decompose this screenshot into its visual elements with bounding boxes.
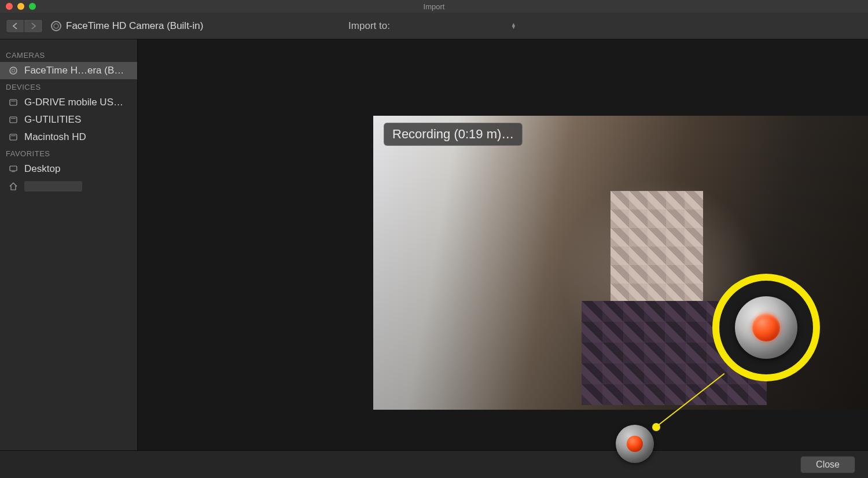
- nav-buttons: [6, 19, 43, 33]
- drive-icon: [8, 132, 19, 142]
- record-icon: [627, 436, 643, 452]
- svg-rect-2: [10, 100, 17, 105]
- sidebar-item-label: G-UTILITIES: [24, 114, 129, 126]
- drive-icon: [8, 115, 19, 125]
- record-button[interactable]: [616, 425, 654, 463]
- svg-point-1: [12, 69, 14, 72]
- chevron-left-icon: [12, 23, 18, 30]
- sidebar-item-facetime-camera[interactable]: FaceTime H…era (Built-in): [0, 62, 137, 79]
- close-button[interactable]: Close: [800, 456, 855, 473]
- section-head-devices: DEVICES: [0, 79, 137, 94]
- sidebar-item-desktop[interactable]: Desktop: [0, 160, 137, 178]
- zoom-window-button[interactable]: [29, 3, 36, 10]
- svg-rect-6: [10, 134, 17, 140]
- pixelated-face-region: [610, 191, 703, 307]
- svg-rect-3: [11, 101, 16, 101]
- annotation-leader-dot: [652, 423, 660, 431]
- sidebar-item-gutilities[interactable]: G-UTILITIES: [0, 111, 137, 128]
- sidebar-item-gdrive[interactable]: G-DRIVE mobile USB-C: [0, 94, 137, 111]
- sidebar-item-label: Desktop: [24, 163, 129, 175]
- section-head-cameras: CAMERAS: [0, 47, 137, 62]
- window-controls: [6, 3, 36, 10]
- svg-rect-8: [10, 166, 17, 171]
- record-button-enlarged: [735, 296, 797, 359]
- footer: Close: [0, 450, 868, 478]
- svg-rect-9: [12, 171, 15, 172]
- section-head-favorites: FAVORITES: [0, 146, 137, 160]
- sidebar-item-label: G-DRIVE mobile USB-C: [24, 97, 129, 108]
- chevron-right-icon: [31, 23, 36, 30]
- home-icon: [8, 181, 19, 192]
- svg-rect-5: [11, 118, 16, 119]
- minimize-window-button[interactable]: [17, 3, 24, 10]
- sidebar: CAMERAS FaceTime H…era (Built-in) DEVICE…: [0, 39, 138, 450]
- record-icon: [752, 314, 780, 341]
- desktop-icon: [8, 164, 19, 174]
- titlebar: Import: [0, 0, 868, 13]
- toolbar: FaceTime HD Camera (Built-in) Import to:…: [0, 13, 868, 39]
- updown-icon: ▲▼: [511, 23, 516, 29]
- forward-button[interactable]: [24, 19, 43, 33]
- annotation-highlight-circle: [712, 274, 820, 381]
- import-window: Import FaceTime HD Camera (Built-in) Imp…: [0, 0, 868, 478]
- svg-rect-7: [11, 135, 16, 136]
- sidebar-item-label-redacted: [24, 181, 82, 192]
- sidebar-item-label: Macintosh HD: [24, 131, 129, 143]
- sidebar-item-macintosh-hd[interactable]: Macintosh HD: [0, 128, 137, 146]
- content-area: Recording (0:19 m)…: [138, 39, 868, 450]
- svg-point-0: [10, 67, 17, 74]
- camera-source-label: FaceTime HD Camera (Built-in): [51, 20, 203, 32]
- import-to-label: Import to:: [348, 20, 390, 32]
- import-to-group: Import to: ▲▼: [348, 19, 520, 34]
- back-button[interactable]: [6, 19, 24, 33]
- body: CAMERAS FaceTime H…era (Built-in) DEVICE…: [0, 39, 868, 450]
- sidebar-item-label: FaceTime H…era (Built-in): [24, 65, 129, 76]
- import-to-dropdown[interactable]: ▲▼: [398, 19, 520, 34]
- sidebar-item-home[interactable]: [0, 178, 137, 195]
- camera-icon: [51, 21, 61, 31]
- close-window-button[interactable]: [6, 3, 13, 10]
- camera-icon: [8, 65, 19, 76]
- svg-rect-4: [10, 117, 17, 123]
- recording-indicator: Recording (0:19 m)…: [384, 123, 523, 146]
- camera-source-text: FaceTime HD Camera (Built-in): [66, 20, 203, 32]
- window-title: Import: [424, 2, 445, 11]
- drive-icon: [8, 97, 19, 108]
